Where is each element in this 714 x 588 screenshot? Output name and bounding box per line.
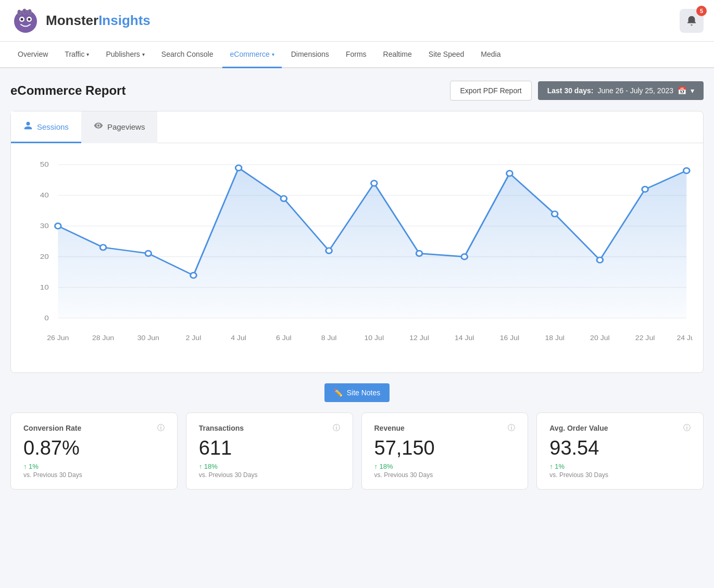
tab-sessions[interactable]: Sessions [11, 111, 81, 143]
nav-item-dimensions[interactable]: Dimensions [284, 42, 336, 68]
svg-text:10 Jul: 10 Jul [365, 334, 384, 342]
traffic-chevron-icon: ▾ [86, 52, 89, 57]
metric-change-revenue: ↑ 18% [374, 462, 516, 470]
metric-compare-revenue: vs. Previous 30 Days [374, 471, 516, 479]
svg-text:30: 30 [40, 222, 49, 230]
metric-label-transactions: Transactions [199, 424, 244, 432]
publishers-chevron-icon: ▾ [142, 52, 145, 57]
chart-area: 50 40 30 20 10 0 [11, 143, 703, 362]
page-header: eCommerce Report Export PDF Report Last … [10, 81, 704, 101]
nav-item-traffic[interactable]: Traffic ▾ [57, 42, 96, 68]
svg-text:28 Jun: 28 Jun [92, 334, 114, 342]
svg-point-33 [642, 186, 648, 192]
notifications-button[interactable]: 5 [680, 9, 704, 33]
svg-text:24 Jul: 24 Jul [677, 334, 693, 342]
svg-text:22 Jul: 22 Jul [635, 334, 655, 342]
header-actions: Export PDF Report Last 30 days: June 26 … [450, 81, 704, 101]
svg-text:20 Jul: 20 Jul [590, 334, 610, 342]
site-notes-label: Site Notes [347, 389, 381, 397]
metric-info-icon-conversion-rate[interactable]: ⓘ [157, 423, 165, 433]
metric-card-transactions: Transactions ⓘ 611 ↑ 18% vs. Previous 30… [186, 412, 353, 490]
nav-item-overview[interactable]: Overview [10, 42, 55, 68]
nav-item-search-console[interactable]: Search Console [154, 42, 221, 68]
logo-text: MonsterInsights [46, 12, 151, 29]
svg-text:26 Jun: 26 Jun [47, 334, 69, 342]
header-right: 5 [680, 9, 704, 33]
svg-text:10: 10 [40, 283, 49, 291]
metric-info-icon-transactions[interactable]: ⓘ [333, 423, 340, 433]
metric-card-avg-order-value: Avg. Order Value ⓘ 93.54 ↑ 1% vs. Previo… [536, 412, 704, 490]
header: MonsterInsights 5 [0, 0, 714, 42]
metric-value-revenue: 57,150 [374, 437, 516, 459]
metric-value-transactions: 611 [199, 437, 340, 459]
svg-text:16 Jul: 16 Jul [500, 334, 520, 342]
metric-change-conversion-rate: ↑ 1% [23, 462, 165, 470]
svg-point-23 [191, 272, 197, 278]
svg-text:2 Jul: 2 Jul [186, 334, 202, 342]
metric-change-avg-order-value: ↑ 1% [549, 462, 691, 470]
nav-item-site-speed[interactable]: Site Speed [421, 42, 472, 68]
tab-pageviews[interactable]: Pageviews [81, 111, 158, 143]
svg-text:8 Jul: 8 Jul [321, 334, 337, 342]
svg-point-26 [326, 248, 332, 254]
svg-rect-7 [28, 9, 31, 15]
sessions-icon [23, 121, 33, 132]
metric-value-conversion-rate: 0.87% [23, 437, 165, 459]
chart-tabs: Sessions Pageviews [11, 111, 703, 143]
site-notes-button[interactable]: ✏️ Site Notes [324, 383, 390, 402]
svg-rect-5 [18, 10, 21, 15]
notification-badge: 5 [696, 6, 707, 16]
pageviews-icon [94, 121, 103, 132]
nav-item-media[interactable]: Media [473, 42, 508, 68]
svg-point-4 [28, 18, 31, 20]
pencil-icon: ✏️ [334, 389, 343, 397]
chart-svg: 50 40 30 20 10 0 [21, 154, 693, 362]
page-title: eCommerce Report [10, 83, 126, 98]
metric-info-icon-revenue[interactable]: ⓘ [508, 423, 515, 433]
svg-point-29 [461, 254, 468, 260]
export-pdf-button[interactable]: Export PDF Report [450, 81, 531, 101]
bell-icon [686, 15, 697, 27]
metric-card-conversion-rate: Conversion Rate ⓘ 0.87% ↑ 1% vs. Previou… [10, 412, 178, 490]
svg-point-30 [507, 171, 513, 177]
svg-text:30 Jun: 30 Jun [137, 334, 159, 342]
svg-text:40: 40 [40, 191, 49, 199]
logo: MonsterInsights [10, 6, 151, 36]
chart-fill [58, 168, 686, 318]
nav-item-ecommerce[interactable]: eCommerce ▾ [222, 42, 281, 68]
svg-rect-6 [23, 9, 26, 14]
metric-info-icon-avg-order-value[interactable]: ⓘ [683, 423, 691, 433]
logo-icon [10, 6, 41, 36]
nav-item-publishers[interactable]: Publishers ▾ [98, 42, 152, 68]
metric-compare-transactions: vs. Previous 30 Days [199, 471, 340, 479]
metric-header: Transactions ⓘ [199, 423, 340, 433]
svg-point-24 [235, 165, 242, 171]
svg-text:12 Jul: 12 Jul [409, 334, 429, 342]
metric-label-conversion-rate: Conversion Rate [23, 424, 81, 432]
metric-compare-avg-order-value: vs. Previous 30 Days [549, 471, 691, 479]
metric-label-revenue: Revenue [374, 424, 405, 432]
svg-text:20: 20 [40, 253, 49, 260]
chart-card: Sessions Pageviews 50 40 30 [10, 111, 704, 373]
ecommerce-chevron-icon: ▾ [272, 52, 274, 57]
svg-point-20 [55, 223, 61, 229]
metric-header: Revenue ⓘ [374, 423, 516, 433]
date-range-button[interactable]: Last 30 days: June 26 - July 25, 2023 📅 … [538, 81, 704, 100]
svg-text:14 Jul: 14 Jul [455, 334, 474, 342]
svg-point-34 [683, 168, 690, 173]
nav-item-forms[interactable]: Forms [339, 42, 374, 68]
svg-point-25 [281, 196, 287, 202]
svg-point-32 [597, 257, 603, 263]
nav-item-realtime[interactable]: Realtime [376, 42, 419, 68]
main-content: eCommerce Report Export PDF Report Last … [0, 68, 714, 502]
metric-card-revenue: Revenue ⓘ 57,150 ↑ 18% vs. Previous 30 D… [361, 412, 529, 490]
svg-point-28 [416, 251, 422, 256]
svg-text:18 Jul: 18 Jul [545, 334, 565, 342]
svg-point-31 [552, 211, 558, 217]
main-nav: Overview Traffic ▾ Publishers ▾ Search C… [0, 42, 714, 68]
svg-point-21 [100, 245, 106, 251]
svg-text:6 Jul: 6 Jul [276, 334, 292, 342]
tab-sessions-label: Sessions [37, 122, 69, 131]
svg-text:50: 50 [40, 160, 49, 168]
svg-point-3 [21, 18, 23, 20]
